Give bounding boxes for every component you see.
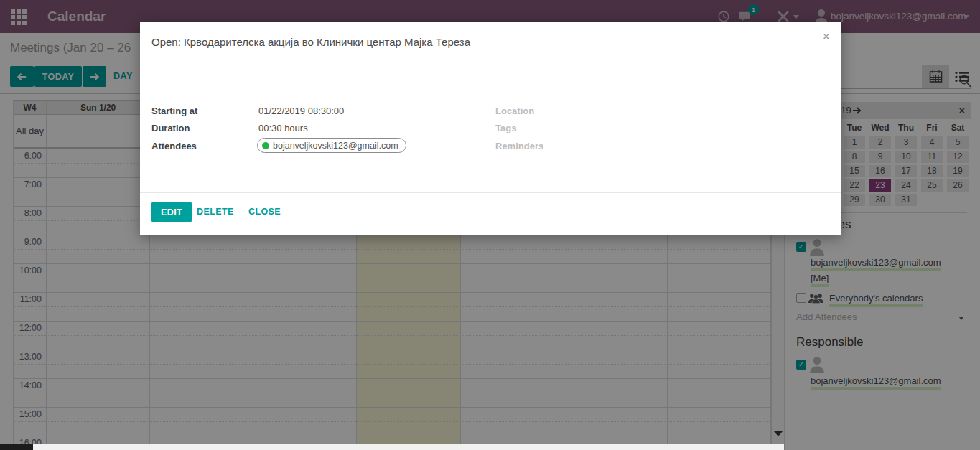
location-placeholder: Location <box>495 106 534 116</box>
edit-button[interactable]: EDIT <box>151 202 192 222</box>
attendee-tag: bojanveljkovski123@gmail.com <box>257 138 406 153</box>
starting-at-label: Starting at <box>151 106 197 116</box>
horizontal-scrollbar-thumb[interactable] <box>0 444 33 450</box>
modal-close-icon[interactable]: × <box>822 29 830 44</box>
event-modal: Open: Крводарителска акција во Клинички … <box>140 22 841 235</box>
attendee-status-dot-icon <box>262 142 269 149</box>
reminders-placeholder: Reminders <box>495 141 543 151</box>
horizontal-scrollbar[interactable] <box>0 444 784 450</box>
close-button[interactable]: CLOSE <box>248 207 281 217</box>
duration-value: 00:30 hours <box>258 123 308 133</box>
tags-placeholder: Tags <box>495 123 516 133</box>
modal-header-divider <box>140 70 841 70</box>
starting-at-value: 01/22/2019 08:30:00 <box>258 106 344 116</box>
modal-footer-divider <box>140 192 841 193</box>
duration-label: Duration <box>151 123 190 133</box>
attendee-tag-email: bojanveljkovski123@gmail.com <box>273 141 398 151</box>
delete-button[interactable]: DELETE <box>197 207 234 217</box>
modal-title: Open: Крводарителска акција во Клинички … <box>151 36 470 48</box>
calendar-app-screen: Calendar 1 bojanveljkovski123@gmail.com … <box>0 0 980 450</box>
attendees-label: Attendees <box>151 141 197 151</box>
